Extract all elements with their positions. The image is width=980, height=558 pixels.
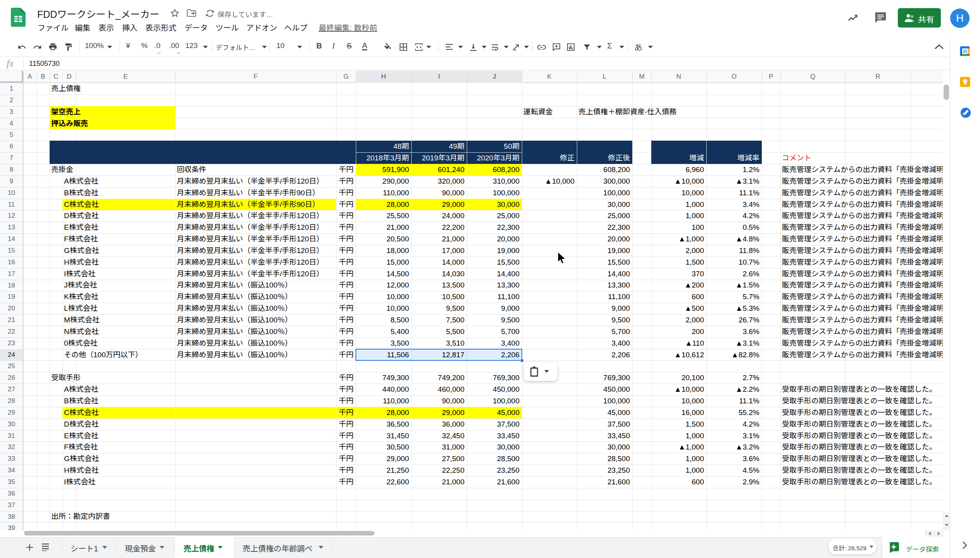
svg-text:31: 31: [963, 49, 967, 53]
